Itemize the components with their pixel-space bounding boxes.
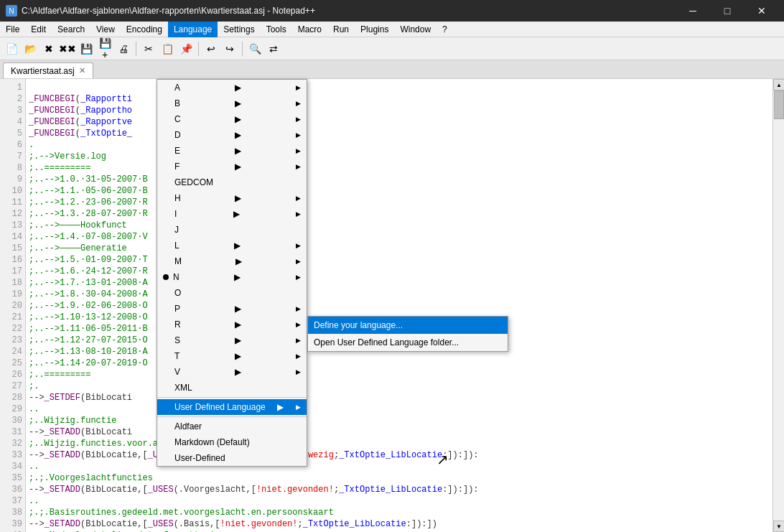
redo-button[interactable]: ↪ [221,40,238,57]
line-num-7: 7 [6,151,22,162]
maximize-button[interactable]: □ [711,0,744,22]
line-num-3: 3 [6,105,22,116]
lang-menu-i[interactable]: I▶ [157,206,307,222]
print-button[interactable]: 🖨 [115,40,132,57]
saveall-button[interactable]: 💾+ [96,40,113,57]
tab-kwartierstaat[interactable]: Kwartierstaat.asj ✕ [3,62,93,78]
lang-menu-f[interactable]: F▶ [157,159,307,174]
menu-macro[interactable]: Macro [292,22,327,37]
lang-menu-a[interactable]: A▶ [157,80,307,95]
line-num-21: 21 [6,312,22,323]
line-num-9: 9 [6,174,22,185]
line-num-32: 32 [6,438,22,449]
udl-define-language[interactable]: Define your language... [308,317,508,334]
line-num-2: 2 [6,93,22,105]
copy-button[interactable]: 📋 [159,40,176,57]
lang-menu-xml[interactable]: XML [157,380,307,396]
save-button[interactable]: 💾 [78,40,95,57]
tab-bar: Kwartierstaat.asj ✕ [0,60,784,79]
lang-menu-t[interactable]: T▶ [157,348,307,364]
lang-menu-n[interactable]: N ▶ [157,269,307,285]
lang-menu-m[interactable]: M▶ [157,253,307,269]
minimize-button[interactable]: ─ [676,0,709,22]
line-num-30: 30 [6,415,22,426]
lang-menu-o[interactable]: O [157,285,307,301]
line-num-18: 18 [6,277,22,289]
line-num-38: 38 [6,507,22,518]
menu-tools[interactable]: Tools [261,22,292,37]
menu-plugins[interactable]: Plugins [355,22,394,37]
line-num-34: 34 [6,461,22,472]
line-num-29: 29 [6,403,22,415]
menu-file[interactable]: File [0,22,25,37]
paste-button[interactable]: 📌 [177,40,195,57]
lang-menu-aldfaer[interactable]: Aldfaer [157,419,307,434]
title-bar-left: N C:\Aldfaer\Aldfaer-sjablonen\Aldfaer-r… [6,5,315,17]
new-button[interactable]: 📄 [3,40,20,57]
code-editor[interactable]: _FUNCBEGI(_Rapportti _FUNCBEGI(_Rapporth… [26,79,773,532]
window-controls: ─ □ ✕ [676,0,778,22]
lang-menu-udl[interactable]: User Defined Language▶ [157,399,307,415]
title-bar: N C:\Aldfaer\Aldfaer-sjablonen\Aldfaer-r… [0,0,784,22]
line-num-20: 20 [6,300,22,312]
menu-settings[interactable]: Settings [218,22,260,37]
close-file-button[interactable]: ✖ [40,40,57,57]
menu-search[interactable]: Search [52,22,90,37]
lang-menu-d[interactable]: D▶ [157,127,307,143]
lang-menu-s[interactable]: S▶ [157,332,307,348]
menu-language[interactable]: Language [168,22,218,37]
find-button[interactable]: 🔍 [246,40,263,57]
scroll-up-button[interactable]: ▲ [773,79,784,90]
app-icon: N [6,5,17,17]
lang-menu-p[interactable]: P▶ [157,301,307,317]
scroll-track[interactable] [773,90,784,521]
lang-menu-r[interactable]: R▶ [157,317,307,332]
line-num-19: 19 [6,289,22,300]
line-num-8: 8 [6,162,22,174]
scroll-down-button[interactable]: ▼ [773,521,784,532]
lang-menu-e[interactable]: E▶ [157,143,307,159]
close-button[interactable]: ✕ [745,0,778,22]
menu-view[interactable]: View [90,22,121,37]
line-num-36: 36 [6,484,22,495]
line-num-35: 35 [6,472,22,484]
lang-menu-c[interactable]: C▶ [157,111,307,127]
line-numbers: 1 2 3 4 5 6 7 8 9 10 11 12 13 14 15 16 1… [0,79,26,532]
undo-button[interactable]: ↩ [202,40,220,57]
lang-menu-j[interactable]: J [157,222,307,238]
line-num-33: 33 [6,449,22,461]
udl-open-folder[interactable]: Open User Defined Language folder... [308,334,508,351]
lang-menu-h[interactable]: H▶ [157,190,307,206]
lang-menu-v[interactable]: V▶ [157,364,307,380]
lang-menu-user-defined[interactable]: User-Defined [157,450,307,466]
vertical-scrollbar[interactable]: ▲ ▼ [773,79,784,532]
menu-window[interactable]: Window [394,22,437,37]
line-num-5: 5 [6,128,22,139]
open-button[interactable]: 📂 [22,40,39,57]
udl-submenu[interactable]: Define your language... Open User Define… [307,316,508,352]
lang-menu-b[interactable]: B▶ [157,95,307,111]
line-num-6: 6 [6,139,22,151]
closeall-button[interactable]: ✖✖ [59,40,76,57]
tab-close-button[interactable]: ✕ [79,66,85,75]
line-num-28: 28 [6,392,22,403]
menu-edit[interactable]: Edit [25,22,52,37]
line-num-39: 39 [6,518,22,530]
replace-button[interactable]: ⇄ [265,40,282,57]
line-num-4: 4 [6,116,22,128]
language-menu[interactable]: A▶ B▶ C▶ D▶ E▶ F▶ GEDCOM H▶ I▶ J L▶ M▶ N… [157,79,307,467]
scroll-thumb[interactable] [774,90,784,119]
menu-bar: File Edit Search View Encoding Language … [0,22,784,37]
lang-menu-gedcom[interactable]: GEDCOM [157,174,307,190]
lang-menu-markdown[interactable]: Markdown (Default) [157,434,307,450]
tab-label: Kwartierstaat.asj [11,66,75,76]
line-num-1: 1 [6,82,22,93]
line-num-37: 37 [6,495,22,507]
lang-menu-l[interactable]: L▶ [157,238,307,253]
menu-encoding[interactable]: Encoding [121,22,168,37]
menu-help[interactable]: ? [437,22,453,37]
menu-run[interactable]: Run [327,22,355,37]
line-num-12: 12 [6,208,22,220]
lang-menu-sep-1 [157,397,307,398]
cut-button[interactable]: ✂ [140,40,157,57]
